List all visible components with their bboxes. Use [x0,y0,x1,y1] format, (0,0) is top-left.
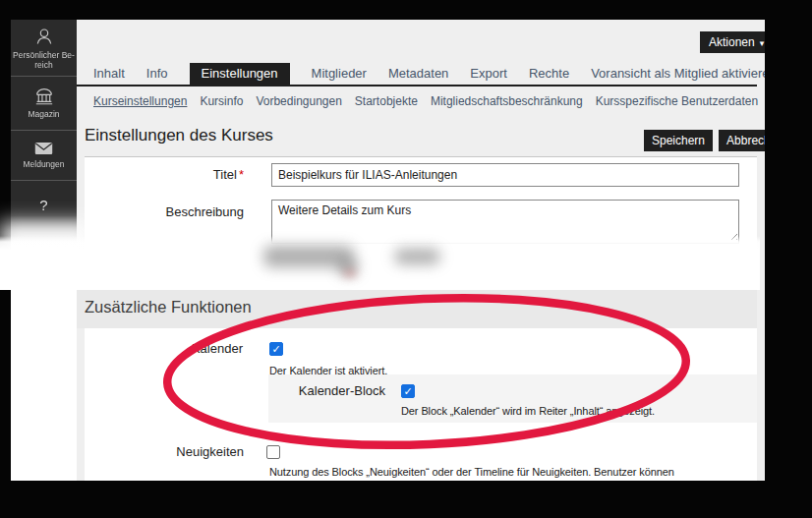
subtab-startobjekte[interactable]: Startobjekte [355,94,418,108]
subtab-kurseinstellungen[interactable]: Kurseinstellungen [93,94,187,108]
tab-bar: Inhalt Info Einstellungen Mitglieder Met… [93,63,765,85]
subtab-kursinfo[interactable]: Kursinfo [200,94,243,108]
additional-functions-panel: Kalender ✓ Der Kalender ist aktiviert. K… [85,328,757,481]
magazine-icon [34,87,54,105]
kalender-block-help: Der Block „Kalender“ wird im Reiter „Inh… [401,405,655,418]
mail-icon [34,142,53,155]
kalender-block-subpanel: Kalender-Block ✓ Der Block „Kalender“ wi… [268,374,757,423]
check-icon: ✓ [270,343,282,356]
question-mark: ? [39,197,47,213]
titel-input[interactable] [271,163,739,187]
tab-einstellungen[interactable]: Einstellungen [190,63,290,85]
tab-export[interactable]: Export [470,63,507,85]
tab-bar-underline [77,85,757,86]
tab-voransicht-label: Voransicht als Mitglied aktivieren [591,66,765,81]
kalender-label: Kalender [85,341,243,356]
blur-band [0,236,760,290]
neuigkeiten-checkbox[interactable]: ✓ [266,445,280,459]
sidebar-item-help[interactable]: ? [11,181,77,228]
kalender-block-label: Kalender-Block [268,383,385,398]
redacted-blob-red [344,270,356,276]
subtab-vorbedingungen[interactable]: Vorbedingungen [256,94,341,108]
neuigkeiten-help: Nutzung des Blocks „Neuigkeiten“ oder de… [269,466,757,481]
actions-dropdown-button[interactable]: Aktionen▾ [700,31,765,53]
page-title: Einstellungen des Kurses [85,126,273,145]
sidebar-item-magazin[interactable]: Magazin [11,77,77,131]
sidebar-item-meldungen[interactable]: Meldungen [11,131,77,181]
subtab-mitgliedschaftsbeschraenkung[interactable]: Mitgliedschaftsbeschränkung [431,94,583,108]
command-buttons: Speichern Abbrechen [644,130,765,151]
subtab-kursspezifische-benutzerdaten[interactable]: Kursspezifische Benutzerdaten [596,94,758,108]
tab-mitglieder[interactable]: Mitglieder [312,63,367,85]
tab-voransicht[interactable]: Voransicht als Mitglied aktivieren [591,63,765,85]
section-title: Zusätzliche Funktionen [85,298,252,317]
redacted-blob [394,249,440,264]
sidebar-item-label: Meldungen [23,159,64,169]
cancel-button[interactable]: Abbrechen [719,130,765,151]
neuigkeiten-label: Neuigkeiten [85,444,244,459]
sidebar-item-personal-desktop[interactable]: Persönlicher Be- reich [11,20,77,77]
tab-rechte[interactable]: Rechte [529,63,569,85]
required-asterisk: * [239,167,244,182]
tab-info[interactable]: Info [146,63,168,85]
actions-label: Aktionen [709,35,755,49]
tab-metadaten[interactable]: Metadaten [388,63,448,85]
kalender-checkbox[interactable]: ✓ [269,342,283,356]
check-icon: ✓ [402,385,414,398]
sidebar-item-label: Magazin [28,109,59,119]
user-icon [34,27,54,46]
tab-inhalt[interactable]: Inhalt [93,63,125,85]
sidebar-item-label: Persönlicher Be- reich [13,50,75,70]
subtab-bar: Kurseinstellungen Kursinfo Vorbedingunge… [93,94,765,108]
section-zusaetzliche-funktionen: Zusätzliche Funktionen [77,289,757,328]
save-button[interactable]: Speichern [644,130,713,151]
sidebar: Persönlicher Be- reich Magazin Meldungen… [11,20,77,248]
chevron-down-icon: ▾ [760,38,765,48]
kalender-block-checkbox[interactable]: ✓ [401,384,415,398]
titel-label: Titel* [85,167,244,182]
beschreibung-label: Beschreibung [85,204,244,219]
